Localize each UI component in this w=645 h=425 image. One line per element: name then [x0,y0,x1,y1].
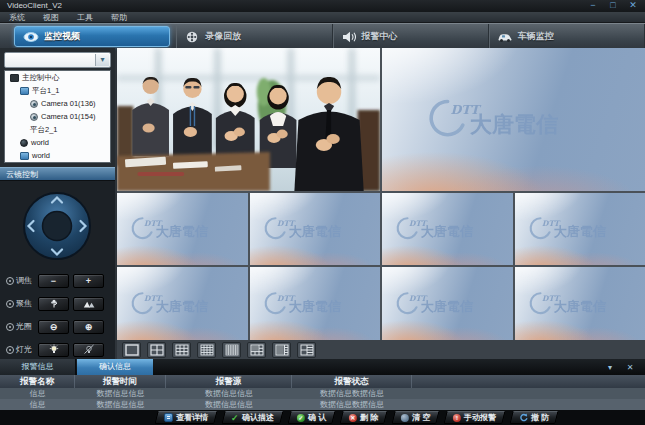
clear-button[interactable]: 清 空 [391,411,439,424]
video-client-window: VideoClient_V2 − □ ✕ 系统 视图 工具 帮助 监控视频 录像… [0,0,645,425]
ptz-title: 云镜控制 [6,170,38,179]
close-button[interactable]: ✕ [627,0,639,12]
tab-confirm-info[interactable]: 确认信息 [77,359,153,375]
tab-surveillance-video[interactable]: 监控视频 [14,26,170,47]
tab-label: 报警中心 [362,30,398,43]
zoom-in-button[interactable]: + [73,274,104,288]
alarm-table-header: 报警名称 报警时间 报警源 报警状态 [0,375,645,388]
light-off-icon [83,344,95,355]
zoom-indicator-icon [6,277,14,285]
alarm-tab-bar: 报警信息 确认信息 ▾ ✕ [0,359,645,375]
layout-9-button[interactable] [172,342,191,358]
layout-selector-bar [117,340,645,359]
video-cell-idle[interactable]: DTT大唐電信 [250,193,381,265]
svg-text:大唐電信: 大唐電信 [156,299,209,314]
tab-alarm-center[interactable]: 报警中心 [333,24,489,49]
ptz-panel: 调焦 − + 聚焦 光圈 ⊖ ⊕ 灯光 [0,180,115,359]
disarm-button[interactable]: 撤 防 [510,411,559,424]
light-on-button[interactable] [38,343,69,357]
video-cell-idle[interactable]: DTT大唐電信 [382,267,513,340]
ptz-direction-pad[interactable] [22,191,92,261]
confirm-icon: ✓ [297,414,305,422]
alarm-button-bar: 查看详情 ✓ 确认描述 ✓ 确 认 ✕ 删 除 清 空 ! 手动报警 [0,410,645,425]
title-bar: VideoClient_V2 − □ ✕ [0,0,645,12]
tab-vehicle-monitoring[interactable]: 车辆监控 [489,24,645,49]
menu-help[interactable]: 帮助 [111,12,127,23]
speaker-icon [341,31,357,43]
video-cell-idle[interactable]: DTT大唐電信 [382,193,513,265]
svg-text:大唐電信: 大唐電信 [288,224,341,239]
camera-icon [30,100,38,108]
light-off-button[interactable] [73,343,104,357]
table-row[interactable]: 信息 数据信息信息 数据信息信息 数据信息数据信息 [0,388,645,399]
video-cell-idle[interactable]: DTT 大唐電信 [382,48,645,191]
iris-open-button[interactable]: ⊕ [73,320,104,334]
device-group-dropdown[interactable]: ▾ [4,52,111,68]
tree-item-platform2[interactable]: 平台2_1 [5,123,110,136]
menu-view[interactable]: 视图 [43,12,59,23]
delete-button[interactable]: ✕ 删 除 [339,411,387,424]
datang-telecom-watermark: DTT 大唐電信 [424,96,604,143]
tree-item-world-2[interactable]: world [5,149,110,162]
menu-system[interactable]: 系统 [9,12,25,23]
video-cell-idle[interactable]: DTT大唐電信 [117,193,248,265]
tab-label: 车辆监控 [518,30,554,43]
tab-label: 监控视频 [44,30,80,43]
menu-tools[interactable]: 工具 [77,12,93,23]
focus-far-button[interactable] [73,297,104,311]
layout-1-button[interactable] [122,342,141,358]
manual-alarm-button[interactable]: ! 手动报警 [444,411,506,424]
layout-6-button[interactable] [297,342,316,358]
ptz-panel-header: 云镜控制 [0,167,115,180]
confirm-description-button[interactable]: ✓ 确认描述 [221,411,283,424]
layout-25-button[interactable] [222,342,241,358]
focus-indicator-icon [6,300,14,308]
column-alarm-time: 报警时间 [75,375,166,388]
disarm-icon [519,413,528,422]
video-cell-live-meeting[interactable] [117,48,380,191]
tree-item-world-1[interactable]: world [5,136,110,149]
film-reel-icon [184,31,200,43]
tab-video-playback[interactable]: 录像回放 [176,24,332,49]
focus-near-icon [48,298,60,309]
window-title: VideoClient_V2 [7,1,62,10]
tab-label: 录像回放 [205,30,241,43]
tree-item-camera-154[interactable]: Camera 01(154) [5,110,110,123]
device-panel: ▾ 主控制中心 平台1_1 Camera 01(136) Camera 01(1… [0,48,115,359]
device-tree: 主控制中心 平台1_1 Camera 01(136) Camera 01(154… [4,70,111,163]
panel-close-icon[interactable]: ✕ [623,363,637,373]
confirm-button[interactable]: ✓ 确 认 [287,411,335,424]
focus-near-button[interactable] [38,297,69,311]
svg-text:大唐電信: 大唐電信 [553,224,606,239]
svg-text:大唐電信: 大唐電信 [469,111,558,137]
camera-icon [30,113,38,121]
video-cell-idle[interactable]: DTT大唐電信 [515,267,645,340]
ptz-zoom-row: 调焦 − + [6,273,111,288]
chevron-down-icon[interactable]: ▾ [95,54,109,66]
ptz-iris-row: 光圈 ⊖ ⊕ [6,319,111,334]
layout-4-button[interactable] [147,342,166,358]
minimize-button[interactable]: − [587,0,599,12]
layout-1-plus-5-button[interactable] [247,342,266,358]
iris-close-button[interactable]: ⊖ [38,320,69,334]
maximize-button[interactable]: □ [607,0,619,12]
meeting-room-scene [117,48,380,191]
tab-alarm-info[interactable]: 报警信息 [0,359,76,375]
svg-text:大唐電信: 大唐電信 [288,299,341,314]
focus-far-icon [83,298,95,309]
video-cell-idle[interactable]: DTT大唐電信 [250,267,381,340]
monitor-blue-icon [20,152,29,160]
svg-text:大唐電信: 大唐電信 [421,299,474,314]
panel-collapse-icon[interactable]: ▾ [603,363,617,373]
table-row[interactable]: 信息 数据信息信息 数据信息信息 数据信息数据信息 [0,399,645,410]
video-cell-idle[interactable]: DTT大唐電信 [515,193,645,265]
tree-item-camera-136[interactable]: Camera 01(136) [5,97,110,110]
tree-item-platform1[interactable]: 平台1_1 [5,84,110,97]
view-details-button[interactable]: 查看详情 [154,411,217,424]
tree-item-control-center[interactable]: 主控制中心 [5,71,110,84]
video-cell-idle[interactable]: DTT大唐電信 [117,267,248,340]
ptz-focus-row: 聚焦 [6,296,111,311]
zoom-out-button[interactable]: − [38,274,69,288]
layout-16-button[interactable] [197,342,216,358]
layout-1-plus-7-button[interactable] [272,342,291,358]
